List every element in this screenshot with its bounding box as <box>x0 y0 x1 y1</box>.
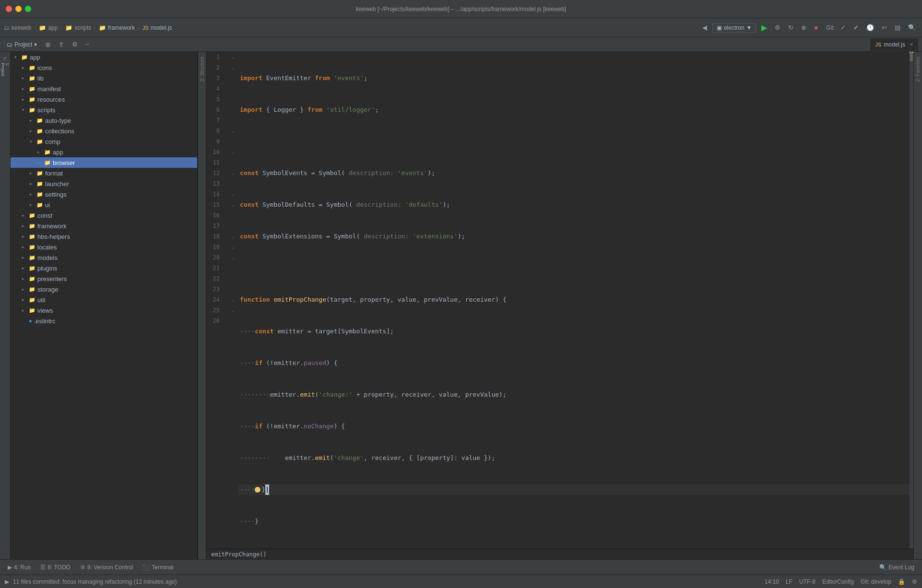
tree-item-launcher[interactable]: ▸ 📁 launcher <box>11 178 197 189</box>
structure-label[interactable]: 2: Structure <box>200 57 205 82</box>
project-view-icon[interactable]: P <box>1 55 10 63</box>
coverage-button[interactable]: ⊕ <box>799 23 809 33</box>
scroll-thumb[interactable] <box>910 52 913 61</box>
code-editor[interactable]: 1 2 3 4 5 6 7 8 9 10 11 12 13 14 15 16 1 <box>206 52 913 559</box>
breadcrumb-scripts[interactable]: scripts <box>74 24 91 31</box>
editorconfig-indicator: EditorConfig <box>822 578 854 585</box>
tree-arrow-presenters: ▸ <box>22 276 29 281</box>
stop-button[interactable]: ■ <box>812 23 820 33</box>
fold-15[interactable]: ⌄ <box>228 200 238 210</box>
tree-item-browser[interactable]: ▸ 📁 browser <box>11 157 197 168</box>
tree-item-settings[interactable]: ▸ 📁 settings <box>11 189 197 200</box>
collapse-button[interactable]: ⇑ <box>56 39 67 50</box>
tree-item-resources[interactable]: ▸ 📁 resources <box>11 94 197 105</box>
code-line-11: ········emitter.emit('change:' + propert… <box>238 389 910 400</box>
tree-item-presenters[interactable]: ▸ 📁 presenters <box>11 273 197 284</box>
fold-12[interactable]: ⌄ <box>228 168 238 178</box>
fold-1[interactable]: ⌄ <box>228 52 238 62</box>
tree-item-app2[interactable]: ▸ 📁 app <box>11 147 197 157</box>
tree-item-auto-type[interactable]: ▸ 📁 auto-type <box>11 115 197 126</box>
git-update-button[interactable]: ✔ <box>851 23 861 33</box>
tree-item-ui[interactable]: ▸ 📁 ui <box>11 200 197 210</box>
window-title: keeweb [~/Projects/keeweb/keeweb] – .../… <box>356 6 566 12</box>
tree-item-scripts[interactable]: ▾ 📁 scripts <box>11 105 197 115</box>
minimize-button[interactable] <box>15 6 22 12</box>
git-diff-button[interactable]: ▤ <box>892 23 903 33</box>
git-undo-button[interactable]: ↩ <box>879 23 889 33</box>
tree-item-icons[interactable]: ▸ 📁 icons <box>11 62 197 73</box>
project-panel-header[interactable]: 🗂 Project ▾ <box>4 41 40 48</box>
tree-label-launcher: launcher <box>45 180 69 188</box>
fold-14[interactable]: ⌄ <box>228 189 238 200</box>
back-button[interactable]: ◀ <box>700 23 709 33</box>
tree-label-plugins: plugins <box>37 265 57 272</box>
new-file-button[interactable]: ⊕ <box>43 39 53 50</box>
git-label: Git: <box>826 24 835 31</box>
fold-25[interactable]: ⌄ <box>228 305 238 316</box>
fold-2[interactable]: ⌄ <box>228 62 238 73</box>
panel-label-1[interactable]: 1: Project <box>1 65 10 74</box>
ln-13: 13 <box>206 178 224 189</box>
todo-panel-button[interactable]: ☰ 6: TODO <box>36 563 74 572</box>
git-history-button[interactable]: 🕐 <box>864 23 876 33</box>
event-log-button[interactable]: 🔍 Event Log <box>875 563 918 572</box>
folder-icon-project: 🗂 <box>7 41 12 48</box>
tab-modeljs[interactable]: JS model.js ✕ <box>870 38 918 51</box>
tree-item-framework[interactable]: ▸ 📁 framework <box>11 221 197 231</box>
run-config-dropdown[interactable]: ▣ electron ▼ <box>712 23 757 33</box>
tree-item-views[interactable]: ▸ 📁 views <box>11 305 197 316</box>
fold-10[interactable]: ⌄ <box>228 147 238 157</box>
breadcrumb-modeljs[interactable]: model.js <box>151 24 172 31</box>
tree-item-storage[interactable]: ▸ 📁 storage <box>11 284 197 294</box>
folder-icon-locales: 📁 <box>29 244 35 250</box>
settings-gear-button[interactable]: ⚙ <box>70 39 80 49</box>
tree-item-eslintrc[interactable]: ● .eslintrc <box>11 316 197 326</box>
fold-19[interactable]: ⌄ <box>228 242 238 252</box>
tree-item-manifest[interactable]: ▸ 📁 manifest <box>11 83 197 94</box>
folder-icon-auto-type: 📁 <box>36 118 43 124</box>
code-content[interactable]: import EventEmitter from 'events'; impor… <box>238 52 910 549</box>
breadcrumb-app[interactable]: app <box>48 24 58 31</box>
breadcrumb-keeweb[interactable]: keeweb <box>12 24 31 31</box>
favorites-label[interactable]: 2: Favorites <box>915 57 921 82</box>
tree-item-comp[interactable]: ▾ 📁 comp <box>11 136 197 147</box>
run-panel-button[interactable]: ▶ 4: Run <box>4 563 35 572</box>
fold-18[interactable]: ⌄ <box>228 231 238 242</box>
tree-arrow-models: ▸ <box>22 255 29 260</box>
minimize-panel-button[interactable]: − <box>83 39 92 49</box>
tree-item-util[interactable]: ▸ 📁 util <box>11 294 197 305</box>
search-button[interactable]: 🔍 <box>906 23 918 33</box>
tree-item-lib[interactable]: ▸ 📁 lib <box>11 73 197 83</box>
fold-8[interactable]: ⌄ <box>228 126 238 136</box>
build-button[interactable]: ⚙ <box>772 23 783 33</box>
scrollbar[interactable] <box>910 52 913 549</box>
tree-item-hbs-helpers[interactable]: ▸ 📁 hbs-helpers <box>11 231 197 242</box>
tree-item-models[interactable]: ▸ 📁 models <box>11 252 197 263</box>
code-area: 1 2 3 4 5 6 7 8 9 10 11 12 13 14 15 16 1 <box>206 52 913 549</box>
fold-24[interactable]: ⌄ <box>228 294 238 305</box>
tree-label-resources: resources <box>37 96 65 103</box>
folder-icon-ui: 📁 <box>36 202 43 208</box>
folder-icon-app2: 📁 <box>44 149 51 155</box>
tree-label-framework: framework <box>37 223 67 230</box>
tree-item-app[interactable]: ▾ 📁 app <box>11 52 197 62</box>
tree-item-plugins[interactable]: ▸ 📁 plugins <box>11 263 197 273</box>
breadcrumb-framework[interactable]: framework <box>108 24 135 31</box>
git-commit-button[interactable]: ✓ <box>838 23 848 33</box>
fold-20[interactable]: ⌄ <box>228 252 238 263</box>
tree-item-format[interactable]: ▸ 📁 format <box>11 168 197 178</box>
folder-open-icon: 📁 <box>21 54 28 60</box>
reload-button[interactable]: ↻ <box>786 23 796 33</box>
tree-item-collections[interactable]: ▸ 📁 collections <box>11 126 197 136</box>
tree-arrow-collections: ▸ <box>30 129 36 133</box>
line-numbers: 1 2 3 4 5 6 7 8 9 10 11 12 13 14 15 16 1 <box>206 52 228 549</box>
tab-close-icon[interactable]: ✕ <box>910 42 913 47</box>
maximize-button[interactable] <box>25 6 31 12</box>
terminal-panel-button[interactable]: ⬛ Terminal <box>139 563 177 572</box>
tree-item-locales[interactable]: ▸ 📁 locales <box>11 242 197 252</box>
structure-sidebar: 2: Structure <box>198 52 206 559</box>
tree-item-const[interactable]: ▸ 📁 const <box>11 210 197 221</box>
run-button[interactable]: ▶ <box>759 22 769 34</box>
vc-panel-button[interactable]: ⑨ 9: Version Control <box>76 563 137 572</box>
close-button[interactable] <box>6 6 12 12</box>
